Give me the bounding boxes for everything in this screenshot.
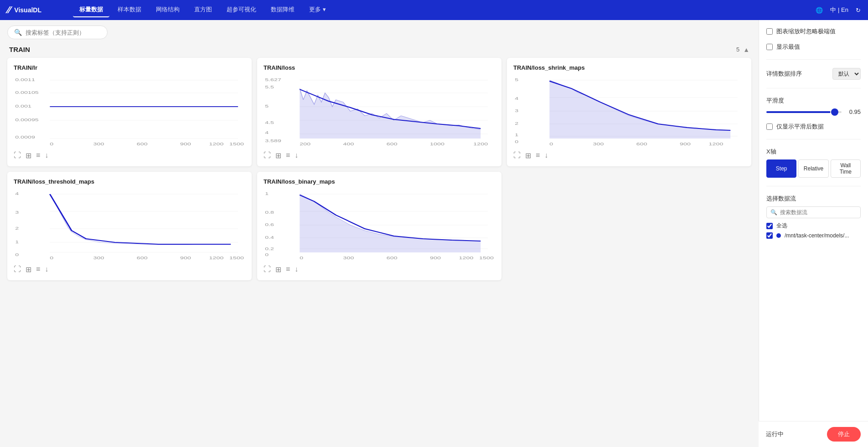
- svg-text:600: 600: [137, 256, 148, 261]
- select-all-row[interactable]: 全选: [766, 222, 861, 230]
- nav-item-dimreduce[interactable]: 数据降维: [264, 3, 301, 17]
- svg-text:1500: 1500: [229, 142, 244, 147]
- download-icon[interactable]: ⊞: [26, 151, 31, 160]
- svg-text:3: 3: [515, 108, 518, 113]
- expand-icon[interactable]: ⛶: [513, 151, 521, 160]
- ignore-outliers-row[interactable]: 图表缩放时忽略极端值: [766, 27, 861, 36]
- expand-icon[interactable]: ⛶: [264, 151, 271, 160]
- datastream-search-input[interactable]: [780, 209, 857, 216]
- xaxis-walltime-btn[interactable]: Wall Time: [831, 159, 861, 178]
- chart-card-loss: TRAIN/loss 5.627 5.5 5 4.5 4 3.589: [257, 58, 501, 166]
- chart-title-binary: TRAIN/loss_binary_maps: [264, 178, 495, 185]
- save-icon[interactable]: ↓: [294, 151, 298, 160]
- save-icon[interactable]: ↓: [544, 151, 548, 160]
- download-icon[interactable]: ⊞: [26, 265, 31, 274]
- only-smoothed-checkbox[interactable]: [766, 123, 773, 130]
- svg-text:900: 900: [180, 142, 191, 147]
- nav: 标量数据 样本数据 网络结构 直方图 超参可视化 数据降维 更多 ▾: [73, 3, 805, 17]
- svg-text:1: 1: [265, 191, 269, 196]
- svg-text:1000: 1000: [430, 142, 444, 147]
- svg-text:3: 3: [15, 210, 19, 215]
- save-icon[interactable]: ↓: [45, 151, 48, 160]
- nav-item-histogram[interactable]: 直方图: [188, 3, 218, 17]
- svg-text:0.6: 0.6: [265, 222, 274, 227]
- select-all-checkbox[interactable]: [766, 223, 773, 229]
- xaxis-section: X轴 Step Relative Wall Time: [766, 148, 861, 178]
- nav-item-scalar[interactable]: 标量数据: [73, 3, 109, 17]
- ignore-outliers-checkbox[interactable]: [766, 28, 773, 35]
- divider-4: [766, 186, 861, 186]
- datastream-checkbox[interactable]: [766, 232, 773, 239]
- lang-toggle[interactable]: 中 | En: [830, 6, 848, 14]
- svg-text:900: 900: [680, 142, 691, 147]
- svg-text:0.4: 0.4: [265, 235, 274, 240]
- expand-icon[interactable]: ⛶: [264, 265, 271, 274]
- refresh-icon[interactable]: ↻: [856, 7, 861, 14]
- chart-placeholder: [507, 172, 751, 280]
- svg-text:300: 300: [93, 142, 104, 147]
- running-label: 运行中: [766, 430, 784, 438]
- svg-text:300: 300: [343, 256, 354, 261]
- only-smoothed-row[interactable]: 仅显示平滑后数据: [766, 123, 861, 131]
- svg-text:600: 600: [636, 142, 647, 147]
- settings-icon[interactable]: ≡: [286, 151, 290, 160]
- svg-text:5: 5: [265, 104, 269, 109]
- search-input[interactable]: [26, 29, 101, 36]
- chart-actions-binary: ⛶ ⊞ ≡ ↓: [264, 265, 495, 274]
- show-max-checkbox[interactable]: [766, 44, 773, 50]
- chart-actions-shrink: ⛶ ⊞ ≡ ↓: [513, 151, 745, 160]
- charts-grid-bottom: TRAIN/loss_threshold_maps 4 3 2 1 0: [7, 172, 751, 280]
- smoothing-slider[interactable]: [766, 111, 842, 113]
- only-smoothed-label: 仅显示平滑后数据: [776, 123, 824, 131]
- settings-icon[interactable]: ≡: [286, 265, 290, 274]
- save-icon[interactable]: ↓: [45, 265, 48, 274]
- svg-text:4.5: 4.5: [265, 120, 274, 125]
- header: ⁄⁄ VisualDL 标量数据 样本数据 网络结构 直方图 超参可视化 数据降…: [0, 0, 868, 20]
- chart-card-binary: TRAIN/loss_binary_maps 1 0.8 0.6 0.4 0.2…: [257, 172, 501, 280]
- chart-actions-threshold: ⛶ ⊞ ≡ ↓: [14, 265, 245, 274]
- nav-item-network[interactable]: 网络结构: [150, 3, 186, 17]
- xaxis-relative-btn[interactable]: Relative: [798, 159, 828, 178]
- smoothing-label: 平滑度: [766, 97, 861, 105]
- download-icon[interactable]: ⊞: [525, 151, 531, 160]
- nav-item-more[interactable]: 更多 ▾: [303, 3, 332, 17]
- collapse-button[interactable]: ▲: [743, 46, 749, 53]
- xaxis-step-btn[interactable]: Step: [766, 159, 796, 178]
- header-right: 🌐 中 | En ↻: [816, 6, 861, 14]
- svg-text:1200: 1200: [209, 142, 224, 147]
- svg-marker-77: [300, 194, 480, 252]
- svg-text:2: 2: [15, 226, 19, 231]
- smoothing-section: 平滑度 0.95: [766, 97, 861, 115]
- logo-text: VisualDL: [14, 6, 41, 14]
- svg-text:1200: 1200: [709, 142, 723, 147]
- stop-button[interactable]: 停止: [827, 427, 861, 442]
- slider-row: 0.95: [766, 108, 861, 115]
- detail-sort-select[interactable]: 默认: [832, 68, 861, 80]
- main-layout: 🔍 TRAIN 5 ▲ TRAIN/lr 0.0011 0.00105: [0, 20, 868, 447]
- nav-item-sample[interactable]: 样本数据: [111, 3, 148, 17]
- settings-icon[interactable]: ≡: [536, 151, 540, 160]
- chart-area-binary: 1 0.8 0.6 0.4 0.2 0 0: [264, 189, 495, 262]
- svg-text:200: 200: [300, 142, 310, 147]
- divider-3: [766, 139, 861, 139]
- expand-icon[interactable]: ⛶: [14, 151, 21, 160]
- svg-text:600: 600: [387, 256, 398, 261]
- globe-icon: 🌐: [816, 7, 823, 14]
- chart-card-lr: TRAIN/lr 0.0011 0.00105 0.001 0.00095 0.…: [7, 58, 252, 166]
- settings-icon[interactable]: ≡: [36, 151, 40, 160]
- xaxis-buttons: Step Relative Wall Time: [766, 159, 861, 178]
- chart-title-threshold: TRAIN/loss_threshold_maps: [14, 178, 245, 185]
- expand-icon[interactable]: ⛶: [14, 265, 21, 274]
- svg-marker-27: [300, 88, 480, 139]
- nav-item-hyperparams[interactable]: 超参可视化: [220, 3, 263, 17]
- chart-area-loss: 5.627 5.5 5 4.5 4 3.589: [264, 75, 495, 148]
- show-max-row[interactable]: 显示最值: [766, 43, 861, 51]
- save-icon[interactable]: ↓: [294, 265, 298, 274]
- select-all-label: 全选: [776, 222, 787, 230]
- download-icon[interactable]: ⊞: [275, 151, 281, 160]
- datastream-section: 选择数据流 🔍 全选 /mnt/task-center/models/...: [766, 195, 861, 241]
- download-icon[interactable]: ⊞: [275, 265, 281, 274]
- svg-text:0: 0: [15, 252, 19, 257]
- ds-search-icon: 🔍: [770, 209, 777, 216]
- settings-icon[interactable]: ≡: [36, 265, 40, 274]
